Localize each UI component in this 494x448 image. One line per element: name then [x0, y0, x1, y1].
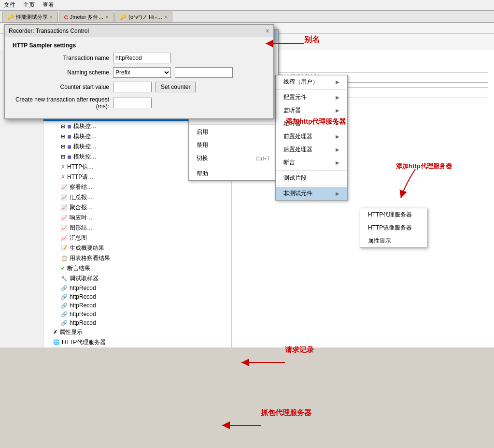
- tree-item-22-label: httpRecod: [70, 285, 96, 291]
- menu-file[interactable]: 文件: [4, 1, 15, 9]
- ctx-help[interactable]: 帮助: [189, 167, 278, 180]
- tree-item-18-icon: 📝: [61, 245, 68, 251]
- submenu-nontestelem-parent[interactable]: 非测试元件 ▶: [276, 187, 347, 200]
- tree-item-proxy[interactable]: 🌐 HTTP代理服务器: [43, 337, 231, 347]
- tree-item-20[interactable]: ✔ 断言结果: [43, 263, 231, 274]
- tree-item-12-icon: 📈: [61, 184, 68, 190]
- submenu-listener[interactable]: 监听器 ▶: [276, 104, 347, 117]
- dialog-transaction-name-input[interactable]: [113, 53, 171, 63]
- tree-item-attr-icon: ✗: [53, 329, 57, 335]
- tree-item-16-label: 图形结…: [70, 224, 93, 232]
- tree-item-19[interactable]: 📋 用表格察看结果: [43, 253, 231, 263]
- dialog-counter-input[interactable]: [113, 82, 152, 92]
- tab-bar: 🔑 性能测试分享 × C Jmeter 多台… × 🔑 (o°v°)ノ Hi -…: [0, 11, 494, 23]
- tree-item-16[interactable]: 📈 图形结…: [43, 223, 231, 233]
- ctx-sep2: [189, 124, 278, 125]
- tree-item-11-label: HTTP请…: [67, 173, 94, 181]
- tree-item-9-icon: ◼: [67, 154, 71, 160]
- dialog-naming-scheme-extra[interactable]: [175, 67, 233, 78]
- submenu-assertion[interactable]: 断言 ▶: [276, 156, 347, 169]
- submenu-fragment[interactable]: 测试片段: [276, 172, 347, 185]
- tree-item-26-label: httpRecod: [70, 319, 96, 326]
- tab-1-label: Jmeter 多台…: [70, 14, 104, 21]
- submenu-http-proxy[interactable]: HTTP代理服务器: [360, 208, 427, 221]
- submenu-timer[interactable]: 定时器 ▶: [276, 117, 347, 130]
- tree-item-21-icon: 🔧: [61, 275, 68, 282]
- tree-item-26[interactable]: 🔗 httpRecod: [43, 318, 231, 327]
- submenu-property-display-label: 属性显示: [368, 237, 391, 245]
- submenu-nontestelem-label: 非测试元件: [283, 189, 312, 198]
- submenu-add-sep1: [276, 89, 347, 90]
- dialog-new-transaction-input[interactable]: [113, 98, 152, 108]
- ctx-disable[interactable]: 禁用: [189, 139, 278, 152]
- tree-item-25[interactable]: 🔗 httpRecod: [43, 310, 231, 318]
- dialog-set-counter-button[interactable]: Set counter: [155, 82, 196, 92]
- tree-item-6-expand: ⊞: [61, 123, 65, 130]
- tab-2-label: (o°v°)ノ Hi -…: [128, 14, 162, 21]
- request-record-arrow: [232, 353, 290, 372]
- tree-item-15[interactable]: 📈 响应时…: [43, 213, 231, 223]
- dialog-section-title: HTTP Sampler settings: [13, 42, 266, 49]
- submenu-timer-label: 定时器: [283, 119, 301, 128]
- tree-item-21[interactable]: 🔧 调试取样器: [43, 274, 231, 284]
- tree-item-10-label: HTTP信…: [67, 163, 94, 171]
- submenu-nontestelem-arrow: ▶: [336, 191, 339, 196]
- tree-item-8-label: 模块控…: [73, 143, 97, 151]
- tree-item-17-icon: 📈: [61, 235, 68, 241]
- tree-item-23[interactable]: 🔗 httpRecod: [43, 292, 231, 301]
- tab-2-icon: 🔑: [120, 14, 127, 20]
- menu-home[interactable]: 主页: [23, 1, 35, 9]
- submenu-post[interactable]: 后置处理器 ▶: [276, 143, 347, 156]
- tree-item-14-icon: 📈: [61, 204, 68, 211]
- dialog-naming-scheme-select[interactable]: Prefix Suffix: [113, 67, 171, 78]
- submenu-add-sep3: [276, 186, 347, 186]
- tree-item-attr[interactable]: ✗ 属性显示: [43, 327, 231, 337]
- tree-item-19-label: 用表格察看结果: [70, 254, 110, 262]
- dialog-close-button[interactable]: ×: [266, 27, 269, 35]
- submenu-thread[interactable]: 线程（用户） ▶: [276, 75, 347, 88]
- submenu-post-arrow: ▶: [336, 147, 339, 152]
- tree-item-24[interactable]: 🔗 httpRecod: [43, 301, 231, 310]
- tree-item-13[interactable]: 📈 汇总报…: [43, 192, 231, 202]
- tab-2[interactable]: 🔑 (o°v°)ノ Hi -… ×: [114, 12, 172, 22]
- submenu-config-label: 配置元件: [283, 93, 307, 101]
- tab-1-close[interactable]: ×: [105, 14, 108, 20]
- submenu-pre[interactable]: 前置处理器 ▶: [276, 130, 347, 143]
- tree-item-22[interactable]: 🔗 httpRecod: [43, 284, 231, 292]
- tree-item-12[interactable]: 📈 察看结…: [43, 182, 231, 192]
- submenu-add: 线程（用户） ▶ 配置元件 ▶ 监听器 ▶ 定时器 ▶ 前置处理器 ▶ 后置处理…: [275, 75, 348, 201]
- tab-0-close[interactable]: ×: [50, 14, 53, 20]
- tree-item-18-label: 生成概要结果: [70, 244, 104, 252]
- tab-0[interactable]: 🔑 性能测试分享 ×: [2, 12, 58, 22]
- submenu-assertion-label: 断言: [283, 159, 295, 167]
- capture-proxy-arrow: [212, 416, 266, 435]
- tree-item-20-icon: ✔: [61, 265, 65, 272]
- tab-2-close[interactable]: ×: [164, 14, 167, 20]
- dialog-titlebar: Recorder: Transactions Control ×: [5, 25, 273, 37]
- tab-0-icon: 🔑: [7, 14, 14, 20]
- menu-view[interactable]: 查看: [42, 1, 54, 9]
- dialog-transaction-name-row: Transaction name: [13, 53, 266, 63]
- tree-item-18[interactable]: 📝 生成概要结果: [43, 243, 231, 253]
- tree-item-20-label: 断言结果: [67, 264, 90, 273]
- submenu-config[interactable]: 配置元件 ▶: [276, 91, 347, 104]
- dialog-title: Recorder: Transactions Control: [9, 28, 89, 34]
- tree-item-13-label: 汇总报…: [70, 193, 93, 202]
- submenu-http-mirror[interactable]: HTTP镜像服务器: [360, 221, 427, 234]
- ctx-toggle[interactable]: 切换 Ctrl+T: [189, 152, 278, 165]
- tree-item-17[interactable]: 📈 汇总图: [43, 233, 231, 243]
- tree-item-8-icon: ◼: [67, 144, 71, 150]
- tree-item-14[interactable]: 📈 聚合报…: [43, 202, 231, 213]
- tree-item-24-icon: 🔗: [61, 303, 68, 309]
- tree-item-13-icon: 📈: [61, 194, 68, 201]
- tree-item-23-label: httpRecod: [70, 293, 96, 300]
- tree-item-11-icon: ✗: [61, 174, 65, 180]
- ctx-enable[interactable]: 启用: [189, 126, 278, 139]
- tree-item-25-icon: 🔗: [61, 311, 68, 318]
- tree-item-19-icon: 📋: [61, 255, 68, 261]
- tree-item-26-icon: 🔗: [61, 320, 68, 326]
- tab-1[interactable]: C Jmeter 多台… ×: [59, 12, 113, 22]
- tab-1-icon: C: [64, 14, 68, 20]
- capture-proxy-annotation: 抓包代理服务器: [261, 408, 311, 418]
- submenu-property-display[interactable]: 属性显示: [360, 234, 427, 247]
